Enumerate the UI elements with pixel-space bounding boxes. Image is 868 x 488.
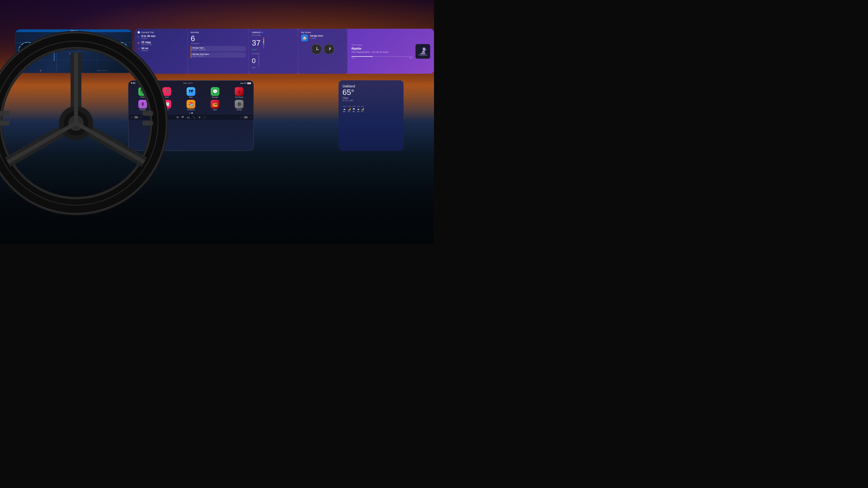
analog-clock-2 — [324, 44, 334, 55]
settings-app-icon[interactable]: ⚙ Settings — [228, 100, 251, 110]
svg-rect-8 — [0, 111, 9, 116]
maps-app-img: 🗺 — [187, 87, 195, 96]
hourly-item-1am: 1AM ☁ 70° — [357, 106, 360, 112]
nav-back-right-icon[interactable]: ‹ — [240, 116, 242, 119]
garage-door-label: Garage Door — [310, 35, 323, 37]
carplay-info-strip: 🕐 Current Trip ⏱ 0 hr 40 min Duration ⛽ … — [134, 29, 434, 74]
phone-date: Mon Jun 6 — [183, 82, 192, 84]
garage-door-status: Closed — [310, 37, 323, 39]
svg-rect-40 — [421, 53, 425, 54]
aq-number: 37 — [252, 39, 260, 47]
album-art — [415, 44, 430, 59]
now-playing-panel: Now Playing Riptide The Chainsmokers – S… — [347, 29, 434, 74]
uv-value-row: 0 — [252, 55, 295, 66]
hourly-item-12am: 12AM 🌧 66° — [352, 106, 356, 112]
nowplaying-app-label: Now Playing — [235, 96, 243, 98]
audiobooks-app-label: Audiobooks — [187, 109, 195, 110]
now-playing-label: Now Playing — [351, 44, 412, 46]
progress-bar[interactable] — [351, 56, 412, 57]
oakland-panel: Oakland ▶ Air Quality 37 Good UV Index 0 — [249, 29, 298, 74]
calendar-events: Design Sync 10:00 – 11:00 AM Weekly Goal… — [191, 46, 246, 58]
battery-icon: ▓▓▓ — [247, 82, 251, 84]
aq-value-row: 37 — [252, 37, 295, 48]
weather-condition: Clear — [342, 97, 400, 99]
time-remaining: -3:33 — [409, 57, 412, 59]
radio-app-icon[interactable]: 📻 Radio — [204, 100, 226, 110]
nav-forward-right-icon[interactable]: › — [249, 116, 252, 119]
audiobooks-app-img: 📚 — [187, 100, 195, 108]
monday-date: 6 — [191, 35, 246, 42]
nav-temp-right: 74 — [243, 116, 248, 119]
settings-app-img: ⚙ — [235, 100, 244, 108]
now-playing-info: Now Playing Riptide The Chainsmokers – S… — [351, 44, 412, 59]
nav-grid-icon[interactable]: ⊞ — [177, 116, 179, 119]
page-dot-1 — [189, 112, 190, 113]
maps-app-icon[interactable]: 🗺 Maps — [180, 87, 203, 98]
steering-wheel — [0, 20, 174, 227]
svg-point-36 — [329, 50, 330, 50]
audiobooks-app-icon[interactable]: 📚 Audiobooks — [180, 100, 203, 110]
calendar-event-2: Weekly Goal Sync 2:30 – 3:30 PM — [191, 52, 246, 58]
messages-app-label: Messages — [212, 96, 218, 98]
analog-clock-1 — [311, 44, 322, 55]
phone-status-icons: ●●● 5G ▓▓▓ — [240, 82, 251, 84]
aq-label: Air Quality — [252, 34, 295, 36]
aq-bar-indicator — [263, 37, 264, 48]
signal-icon: ●●● — [240, 82, 244, 84]
radio-app-label: Radio — [213, 109, 217, 110]
hourly-item-2am: 2AM 🌙 72° — [361, 106, 364, 112]
nav-maps-icon[interactable]: 🗺 — [181, 116, 184, 119]
nav-right-group: ‹ 74 › — [240, 116, 252, 119]
nav-carplay-icon[interactable]: ⊕ — [198, 116, 200, 119]
hourly-item-11pm: 11PM 🌙 67° — [347, 106, 351, 112]
svg-rect-11 — [142, 121, 153, 126]
garage-door-content: 🏠 Garage Door Closed — [301, 35, 345, 41]
aq-status: Good — [252, 48, 295, 51]
weather-temperature: 65° — [342, 88, 400, 97]
svg-point-26 — [317, 50, 317, 50]
svg-rect-10 — [142, 111, 153, 116]
nav-phone-icon[interactable]: 📞 — [193, 116, 195, 119]
uv-label: UV Index — [252, 53, 295, 55]
time-labels: 3:26 -3:33 — [351, 57, 412, 59]
location-arrow-icon: ▶ — [261, 31, 263, 34]
svg-point-38 — [418, 54, 428, 56]
settings-app-label: Settings — [237, 109, 242, 110]
radio-app-img: 📻 — [211, 100, 219, 108]
garage-door-icon: 🏠 — [301, 35, 308, 41]
time-elapsed: 3:26 — [351, 57, 355, 59]
nowplaying-app-icon[interactable]: ♪ Now Playing — [228, 87, 251, 98]
hourly-item-10pm: 10PM ☁ 66° — [342, 106, 346, 112]
clocks-container — [301, 44, 345, 55]
page-dot-2 — [191, 112, 193, 113]
oakland-title-row: Oakland ▶ — [252, 31, 295, 34]
svg-point-39 — [423, 47, 426, 51]
nowplaying-app-img: ♪ — [235, 87, 244, 96]
weather-widget: Oakland 65° Clear H:72° L:55° 10PM ☁ 66°… — [339, 80, 404, 151]
now-playing-artist: The Chainsmokers – So Far So Good — [351, 51, 412, 53]
my-home-title: My Home — [301, 31, 345, 34]
calendar-event-1: Design Sync 10:00 – 11:00 AM — [191, 46, 246, 51]
nav-center-group: ⊞ 🗺 📺 📞 ⊕ ⬚ — [177, 116, 206, 119]
my-home-panel: My Home 🏠 Garage Door Closed — [298, 29, 348, 74]
monday-title: Monday — [191, 31, 246, 34]
hourly-forecast: 10PM ☁ 66° 11PM 🌙 67° 12AM 🌧 66° 1AM ☁ 7… — [342, 106, 400, 112]
messages-app-icon[interactable]: 💬 Messages — [204, 87, 226, 98]
maps-app-label: Maps — [189, 96, 193, 98]
nav-tv-icon[interactable]: 📺 — [187, 116, 190, 119]
monday-tomorrow: Tomorrow — [191, 42, 246, 44]
weather-high-low: H:72° L:55° — [342, 99, 400, 102]
network-icon: 5G — [244, 82, 246, 84]
uv-number: 0 — [252, 58, 256, 64]
weather-city: Oakland — [342, 84, 400, 88]
uv-status: Low — [252, 66, 295, 69]
messages-app-img: 💬 — [211, 87, 219, 96]
nav-screen-icon[interactable]: ⬚ — [204, 116, 206, 119]
now-playing-song-title: Riptide — [351, 47, 412, 51]
monday-panel: Monday 6 Tomorrow Design Sync 10:00 – 11… — [188, 29, 249, 74]
progress-fill — [351, 56, 373, 57]
svg-rect-9 — [0, 121, 9, 126]
